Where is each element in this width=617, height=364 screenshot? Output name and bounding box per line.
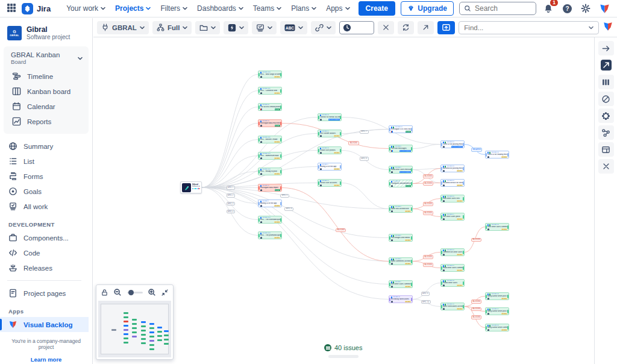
issue-card[interactable]: GBRAL-22Delegation abandonmentDONE bbox=[389, 180, 413, 187]
sidebar-item-visual-backlog[interactable]: Visual Backlog bbox=[0, 317, 89, 332]
edge-label[interactable]: BLOCKS bbox=[471, 300, 481, 304]
sidebar-item-reports[interactable]: Reports bbox=[4, 114, 89, 129]
nav-projects[interactable]: Projects bbox=[110, 1, 155, 16]
issue-card[interactable]: GBRAL-18Create user profilesTO DO bbox=[318, 146, 342, 154]
issue-card[interactable]: GBRAL-30Follow other usersTO DO bbox=[440, 279, 465, 287]
hide-blocked-button[interactable] bbox=[598, 92, 614, 106]
edge-label[interactable]: EPIC 5 bbox=[280, 194, 289, 198]
refresh-button[interactable] bbox=[398, 21, 414, 34]
edge-label[interactable]: BLOCKS bbox=[336, 228, 346, 233]
issue-card[interactable]: GBRAL-2Post text messagesIN PROGRESS bbox=[389, 145, 413, 152]
issue-card[interactable]: GBRAL-111test1 - Carbonite webTO DO bbox=[258, 87, 282, 95]
link-type-dropdown[interactable] bbox=[311, 21, 336, 34]
zoom-in-button[interactable] bbox=[148, 288, 156, 297]
create-button[interactable]: Create bbox=[359, 1, 395, 16]
sidebar-item-summary[interactable]: Summary bbox=[0, 139, 89, 154]
sidebar-item-forms[interactable]: Forms bbox=[0, 169, 89, 184]
user-avatar[interactable] bbox=[598, 2, 611, 15]
edge-label[interactable]: EPIC 2 bbox=[227, 193, 236, 198]
issue-card[interactable]: GBRAL-29Read other users commentsTO DO bbox=[440, 264, 465, 272]
edge-label[interactable]: BLOCKS bbox=[471, 307, 481, 312]
share-button[interactable] bbox=[418, 21, 434, 34]
issue-card[interactable]: GBRAL-4Spike files architectureTO DO bbox=[389, 205, 413, 213]
edge-label[interactable]: EPIC 10 bbox=[421, 300, 431, 304]
sidebar-item-calendar[interactable]: Calendar bbox=[4, 99, 89, 114]
dependencies-button[interactable] bbox=[598, 125, 614, 140]
sidebar-item-project-pages[interactable]: Project pages bbox=[0, 286, 89, 301]
fit-view-button[interactable] bbox=[161, 289, 169, 297]
edge-label[interactable]: BLOCKS bbox=[423, 202, 433, 206]
edge-label[interactable]: BLOCKS bbox=[423, 174, 433, 178]
issue-card[interactable]: GBRAL-32Filter other users commentsTO DO bbox=[485, 223, 509, 231]
project-selector-dropdown[interactable]: GBRAL bbox=[97, 21, 149, 34]
zoom-slider[interactable] bbox=[127, 292, 143, 293]
issue-card[interactable]: GBRAL-19Persist user accountsTO DO bbox=[318, 179, 342, 187]
issue-card[interactable]: GBRAL-31Client UI for reading messagesTO… bbox=[485, 151, 509, 158]
settings-button[interactable] bbox=[579, 2, 592, 15]
priority-filter-dropdown[interactable] bbox=[224, 21, 248, 34]
nav-teams[interactable]: Teams bbox=[248, 1, 286, 16]
issue-card[interactable]: GBRAL-9Moving UI of the appTO DO bbox=[318, 163, 342, 171]
issue-card[interactable]: GBRAL-110test1 - New range of formatTO D… bbox=[258, 71, 282, 78]
issue-card[interactable]: GBRAL-21Investigate iOS cross builderDON… bbox=[389, 125, 413, 133]
notifications-button[interactable]: 1 bbox=[542, 2, 555, 15]
issue-card[interactable]: GBRAL-8Moving UI of the appTO DO bbox=[258, 199, 282, 207]
group-filter-dropdown[interactable] bbox=[195, 21, 220, 34]
issue-card[interactable]: GBRAL-34Investigate Asia machineDONE bbox=[258, 119, 282, 127]
edge-label[interactable]: RELATES bbox=[471, 148, 482, 152]
jira-logo-icon[interactable] bbox=[22, 3, 33, 14]
search-input[interactable] bbox=[475, 4, 529, 13]
issue-card[interactable]: GBRAL-114test1 - Ready to pivotTO DO bbox=[258, 168, 282, 175]
issue-card[interactable]: GBRAL-115test1 - The extended queryTO DO bbox=[258, 216, 282, 224]
issue-card[interactable]: GBRAL-11Spike notifications architecture… bbox=[440, 303, 465, 310]
settings-flower-button[interactable] bbox=[598, 108, 614, 123]
find-issue-box[interactable] bbox=[459, 21, 599, 34]
edge-label[interactable]: EPIC 3 bbox=[227, 202, 236, 206]
issue-card[interactable]: GBRAL-23Client UI for posting messagesIN… bbox=[440, 140, 465, 148]
project-header[interactable]: GGBRAL Gibral Software project bbox=[0, 18, 92, 46]
close-rail-button[interactable] bbox=[598, 159, 614, 174]
sidebar-item-all-work[interactable]: All work bbox=[0, 199, 89, 214]
issue-card[interactable]: GBRAL-35Investigate data importDONE bbox=[258, 184, 282, 192]
edge-label[interactable]: EPIC 1 bbox=[227, 186, 236, 190]
lock-button[interactable] bbox=[101, 289, 108, 297]
issue-card[interactable]: GBRAL-26View other users filesTO DO bbox=[440, 195, 465, 202]
help-button[interactable]: ? bbox=[560, 2, 574, 15]
issue-card[interactable]: GBRAL-38Notify author when comment..TO D… bbox=[485, 324, 509, 331]
issue-card[interactable]: GBRAL-10MicroBlog NotificationsTO DO bbox=[389, 295, 413, 303]
sidebar-item-releases[interactable]: Releases bbox=[0, 260, 89, 275]
issue-card[interactable]: GBRAL-20Use access limited professionalD… bbox=[258, 103, 282, 111]
sidebar-item-list[interactable]: List bbox=[0, 154, 89, 169]
zoom-slider-knob[interactable] bbox=[128, 290, 134, 295]
edge-label[interactable]: EPIC 6 bbox=[284, 207, 293, 212]
collapse-panel-button[interactable] bbox=[598, 41, 614, 55]
status-filter-dropdown[interactable] bbox=[252, 21, 277, 34]
nav-filters[interactable]: Filters bbox=[155, 1, 192, 16]
edge-label[interactable]: BLOCKS bbox=[423, 255, 433, 259]
board-switcher[interactable]: GBRAL Kanban Board bbox=[4, 50, 89, 69]
issue-card[interactable]: GBRAL-24Backend for posting messagesTO D… bbox=[440, 165, 465, 172]
upgrade-button[interactable]: Upgrade bbox=[401, 1, 454, 16]
layout-panel-button[interactable] bbox=[598, 142, 614, 157]
issue-card[interactable]: GBRAL-25Backend service for retrievingTO… bbox=[440, 179, 465, 187]
nav-dashboards[interactable]: Dashboards bbox=[192, 1, 248, 16]
edge-label[interactable]: BLOCKS bbox=[348, 141, 359, 145]
issue-card[interactable]: GBRAL-37Notify author when post com..TO … bbox=[485, 307, 509, 315]
edge-label[interactable]: EPIC 7 bbox=[360, 130, 369, 134]
issue-card[interactable]: GBRAL-16Connect to friends via emailIN P… bbox=[318, 113, 342, 121]
root-project-card[interactable]: GibralSoftware project bbox=[180, 181, 202, 193]
time-filter-input[interactable] bbox=[339, 21, 374, 34]
edge-label[interactable]: BLOCKS bbox=[423, 263, 433, 267]
card-view-button[interactable] bbox=[437, 21, 455, 34]
edge-label[interactable]: BLOCKS bbox=[471, 315, 481, 319]
app-switcher-icon[interactable] bbox=[7, 4, 17, 13]
time-value-input[interactable] bbox=[354, 24, 371, 31]
find-input[interactable] bbox=[464, 24, 589, 31]
edge-label[interactable]: EPIC 4 bbox=[227, 210, 236, 214]
issue-card[interactable]: GBRAL-3Read other users messagesIN PROGR… bbox=[389, 166, 413, 174]
issue-card[interactable]: GBRAL-6Spike comments architectureTO DO bbox=[389, 257, 413, 265]
issue-card[interactable]: GBRAL-7Sort other users commentsTO DO bbox=[389, 280, 413, 288]
issue-card[interactable]: GBRAL-17Use custom avatarsTO DO bbox=[318, 130, 342, 137]
sidebar-item-goals[interactable]: Goals bbox=[0, 184, 89, 199]
edge-label[interactable]: EPIC 8 bbox=[360, 157, 369, 161]
